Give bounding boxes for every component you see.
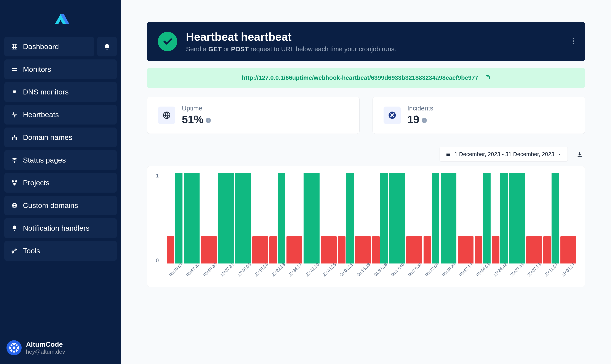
- chart-bar: [380, 173, 388, 263]
- sidebar-item-heartbeats[interactable]: Heartbeats: [4, 105, 117, 125]
- stat-value: 19i: [407, 113, 433, 126]
- plug-icon: [11, 88, 18, 96]
- chart-bar: [346, 173, 354, 263]
- download-button[interactable]: [574, 149, 585, 160]
- sidebar-item-label: Projects: [23, 179, 50, 187]
- chart-x-label: 01:37:38: [373, 262, 389, 278]
- chart-bar-group: [372, 173, 388, 263]
- chart-x-label: 00:15:13: [356, 262, 371, 278]
- grid-icon: [11, 43, 18, 50]
- chart-x-label: 23:34:17: [287, 262, 303, 278]
- chart-bar-group: [492, 173, 508, 263]
- svg-point-23: [11, 349, 12, 351]
- sidebar-item-status-pages[interactable]: Status pages: [4, 150, 117, 170]
- chevron-down-icon: [558, 152, 561, 156]
- sidebar-item-dns-monitors[interactable]: DNS monitors: [4, 82, 117, 102]
- chart-x-label: 15:07:31: [220, 262, 235, 278]
- chart-bar: [500, 173, 508, 263]
- chart-x-label: 17:40:05: [236, 262, 252, 278]
- globe-icon: [158, 106, 175, 124]
- chart-bar: [492, 236, 499, 263]
- chart-bar-group: [543, 173, 559, 263]
- chart-bar: [509, 173, 525, 263]
- chart-bar: [552, 173, 559, 263]
- chart-bar-group: [252, 173, 268, 263]
- chart-bar: [543, 236, 551, 263]
- chart-bar: [389, 173, 405, 263]
- date-range-picker[interactable]: 1 December, 2023 - 31 December, 2023: [440, 147, 568, 162]
- globe-icon: [11, 202, 18, 209]
- chart-x-label: 23:22:53: [271, 262, 286, 278]
- chart-bar: [338, 236, 346, 263]
- chart-x-label: 23:48:25: [322, 262, 337, 278]
- sidebar-item-label: Domain names: [23, 133, 72, 142]
- sidebar-item-projects[interactable]: Projects: [4, 173, 117, 193]
- svg-point-26: [573, 40, 574, 42]
- sidebar-item-domain-names[interactable]: Domain names: [4, 128, 117, 147]
- chart-bar: [372, 236, 380, 263]
- sidebar-item-tools[interactable]: Tools: [4, 241, 117, 261]
- copy-button[interactable]: [485, 74, 490, 81]
- chart-x-label: 20:03:48: [509, 262, 525, 278]
- chart-bar: [184, 173, 200, 263]
- svg-rect-0: [12, 44, 17, 49]
- svg-point-13: [14, 184, 15, 185]
- svg-point-17: [13, 343, 15, 345]
- chart-bar-group: [218, 173, 234, 263]
- sidebar-item-label: Notification handlers: [23, 224, 90, 232]
- chart-x-label: 20:11:57: [544, 262, 559, 278]
- svg-point-18: [13, 351, 15, 352]
- sidebar-item-notification-handlers[interactable]: Notification handlers: [4, 218, 117, 238]
- chart-bar: [252, 236, 268, 263]
- info-icon[interactable]: i: [422, 118, 427, 123]
- chart-bar-group: [458, 173, 473, 263]
- chart-x-label: 06:44:53: [475, 262, 491, 278]
- chart-x-label: 06:17:40: [390, 262, 406, 278]
- chart-bar: [475, 236, 482, 263]
- chart-x-label: 15:24:42: [492, 262, 508, 278]
- chart-bar-group: [201, 173, 217, 263]
- chart-bar: [441, 173, 456, 263]
- chart-bar-group: [269, 173, 285, 263]
- chart-bar-group: [338, 173, 354, 263]
- svg-point-27: [573, 43, 574, 44]
- chart-bar: [175, 173, 182, 263]
- more-menu-button[interactable]: [572, 38, 574, 45]
- svg-rect-9: [15, 138, 17, 139]
- chart-bar: [432, 173, 439, 263]
- chart-bar-group: [526, 173, 542, 263]
- svg-point-11: [12, 181, 13, 182]
- chart-bar-group: [424, 173, 439, 263]
- notifications-button[interactable]: [97, 37, 117, 56]
- sidebar-item-custom-domains[interactable]: Custom domains: [4, 196, 117, 215]
- chart-bar-group: [509, 173, 525, 263]
- sidebar: Dashboard Monitors DNS monitors Heartbea…: [0, 0, 121, 364]
- page-subtitle: Send a GET or POST request to URL below …: [186, 45, 396, 53]
- svg-rect-31: [446, 153, 450, 156]
- svg-point-20: [17, 347, 19, 349]
- user-profile[interactable]: AltumCode hey@altum.dev: [4, 336, 117, 360]
- branch-icon: [11, 179, 18, 187]
- chart-bar: [269, 236, 277, 263]
- date-range-text: 1 December, 2023 - 31 December, 2023: [454, 151, 554, 157]
- chart-bar-group: [355, 173, 371, 263]
- sidebar-item-label: Monitors: [23, 65, 51, 74]
- chart-bar-group: [286, 173, 302, 263]
- chart-bar: [278, 173, 285, 263]
- chart-bar: [424, 236, 431, 263]
- stat-value: 51%i: [182, 113, 211, 126]
- svg-point-12: [15, 181, 17, 182]
- sidebar-item-monitors[interactable]: Monitors: [4, 59, 117, 79]
- svg-point-16: [13, 347, 15, 349]
- sidebar-item-label: Custom domains: [23, 201, 78, 210]
- chart-x-label: 06:32:58: [424, 262, 440, 278]
- webhook-url-box: http://127.0.0.1/66uptime/webhook-heartb…: [147, 68, 585, 88]
- page-title: Heartbeat heartbeat: [186, 30, 396, 43]
- monitor-icon: [11, 66, 18, 73]
- sidebar-item-dashboard[interactable]: Dashboard: [4, 37, 94, 56]
- info-icon[interactable]: i: [206, 118, 211, 123]
- status-check-icon: [158, 32, 177, 51]
- svg-rect-7: [14, 135, 15, 136]
- chart-bar: [406, 236, 422, 263]
- main-content: Heartbeat heartbeat Send a GET or POST r…: [121, 0, 611, 364]
